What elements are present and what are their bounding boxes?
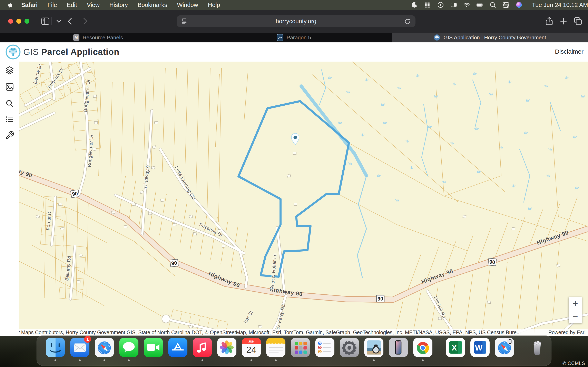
menu-item-bookmarks[interactable]: Bookmarks	[133, 2, 172, 8]
zoom-out-button[interactable]: −	[569, 310, 582, 323]
mail-badge: 1	[84, 336, 91, 343]
dock-system-settings-icon[interactable]	[339, 337, 359, 361]
sidebar-toggle-icon[interactable]	[40, 16, 51, 26]
wifi-icon[interactable]	[463, 1, 470, 8]
svg-text:M: M	[75, 35, 78, 40]
chevron-down-icon[interactable]	[53, 16, 64, 26]
paragon-favicon	[277, 34, 283, 41]
focus-moon-icon[interactable]	[411, 1, 418, 8]
menu-item-window[interactable]: Window	[172, 2, 203, 8]
dock: 1 JUN24	[36, 335, 552, 366]
tool-image-icon[interactable]	[5, 82, 14, 92]
tab-bar: MResource PanelsParagon 5GIS Application…	[0, 33, 588, 42]
route-shield: 90	[376, 295, 384, 302]
window-grid-icon[interactable]	[424, 1, 431, 8]
svg-text:90: 90	[171, 260, 177, 266]
running-indicator	[54, 359, 56, 361]
dock-calendar-icon[interactable]: JUN24	[241, 337, 261, 361]
wallpaper-watermark: © CCMLS	[562, 361, 585, 366]
address-bar[interactable]: horrycounty.org	[177, 15, 415, 27]
tab-0[interactable]: MResource Panels	[0, 33, 196, 42]
search-icon[interactable]	[489, 1, 496, 8]
tool-list-icon[interactable]	[5, 115, 14, 124]
desktop-strip: 1 JUN24	[0, 336, 588, 367]
dock-excel-icon[interactable]: X	[445, 337, 466, 361]
tool-layers-icon[interactable]	[5, 66, 14, 75]
menu-item-edit[interactable]: Edit	[62, 2, 82, 8]
apple-menu-icon[interactable]	[7, 2, 13, 8]
tool-search-icon[interactable]	[5, 99, 14, 108]
dock-finder-icon[interactable]	[45, 337, 65, 361]
menu-item-safari[interactable]: Safari	[16, 2, 43, 8]
dock-chrome-icon[interactable]	[413, 337, 433, 361]
dock-launchpad-icon[interactable]	[290, 337, 310, 361]
siri-icon[interactable]	[516, 1, 522, 8]
svg-text:90: 90	[378, 296, 383, 301]
tool-wrench-icon[interactable]	[5, 131, 14, 140]
dock-facetime-icon[interactable]	[143, 337, 163, 361]
svg-text:W: W	[475, 343, 483, 352]
new-tab-icon[interactable]	[558, 16, 569, 26]
route-shield: 90	[71, 190, 79, 198]
horry-county-logo	[5, 44, 21, 60]
map-canvas[interactable]: way 90Highway 90Highway 90Highway 90High…	[19, 62, 588, 336]
menu-items: SafariFileEditViewHistoryBookmarksWindow…	[16, 2, 225, 8]
tab-2[interactable]: GIS Application | Horry County Governmen…	[392, 33, 588, 42]
share-icon[interactable]	[544, 16, 554, 26]
powered-by-esri[interactable]: Powered by Esri	[541, 329, 588, 335]
dock-safari-iphone-icon[interactable]	[494, 337, 515, 361]
tab-overview-icon[interactable]	[572, 16, 583, 26]
dock-reminders-icon[interactable]	[315, 337, 335, 361]
map-attribution: mmunity Maps Contributors, Horry County …	[19, 329, 588, 336]
url-text: horrycounty.org	[276, 18, 316, 25]
menu-item-help[interactable]: Help	[203, 2, 225, 8]
dock-word-icon[interactable]: W	[470, 337, 490, 361]
dock-divider	[439, 339, 439, 358]
svg-text:X: X	[452, 343, 457, 352]
display-split-icon[interactable]	[450, 1, 457, 8]
dock-app-store-icon[interactable]	[168, 337, 188, 361]
disclaimer-link[interactable]: Disclaimer	[555, 48, 584, 55]
dock-music-icon[interactable]	[192, 337, 212, 361]
dock-preview-icon[interactable]	[364, 337, 384, 361]
running-indicator	[201, 359, 203, 361]
svg-text:24: 24	[246, 345, 256, 355]
page-format-icon[interactable]	[181, 18, 188, 25]
route-shield: 90	[170, 259, 178, 267]
dock-divider	[521, 339, 521, 358]
menu-status-icons	[409, 1, 529, 8]
tab-1[interactable]: Paragon 5	[196, 33, 392, 42]
running-indicator	[128, 359, 130, 361]
menu-item-history[interactable]: History	[104, 2, 133, 8]
forward-button[interactable]	[80, 16, 90, 26]
dock-notes-icon[interactable]	[266, 337, 286, 361]
dock-photos-icon[interactable]	[217, 337, 237, 361]
back-button[interactable]	[65, 16, 76, 26]
reload-icon[interactable]	[404, 18, 411, 25]
running-indicator	[275, 359, 277, 361]
macos-screen: SafariFileEditViewHistoryBookmarksWindow…	[0, 0, 588, 367]
dock-safari-icon[interactable]	[94, 337, 114, 361]
battery-icon[interactable]	[476, 1, 483, 8]
control-center-icon[interactable]	[502, 1, 509, 8]
app-header: GIS Parcel Application Disclaimer	[0, 42, 588, 62]
tab-label: GIS Application | Horry County Governmen…	[443, 34, 546, 41]
attribution-text: mmunity Maps Contributors, Horry County …	[19, 329, 541, 335]
running-indicator	[373, 359, 375, 361]
minimize-button[interactable]	[16, 19, 21, 24]
svg-text:90: 90	[489, 259, 495, 265]
dock-iphone-mirroring-icon[interactable]	[388, 337, 408, 361]
play-circle-icon[interactable]	[437, 1, 444, 8]
dock-messages-icon[interactable]	[119, 337, 139, 361]
close-button[interactable]	[8, 19, 13, 24]
zoom-in-button[interactable]: +	[569, 297, 582, 310]
dock-trash-icon[interactable]	[527, 337, 547, 361]
running-indicator	[422, 359, 424, 361]
menu-item-file[interactable]: File	[43, 2, 62, 8]
dock-mail-icon[interactable]: 1	[70, 337, 90, 361]
tab-label: Resource Panels	[83, 34, 123, 41]
menu-clock[interactable]: Tue Jun 24 10:12 AM	[532, 2, 588, 8]
page-title: GIS Parcel Application	[23, 47, 120, 57]
zoom-window-button[interactable]	[25, 19, 29, 24]
menu-item-view[interactable]: View	[82, 2, 104, 8]
